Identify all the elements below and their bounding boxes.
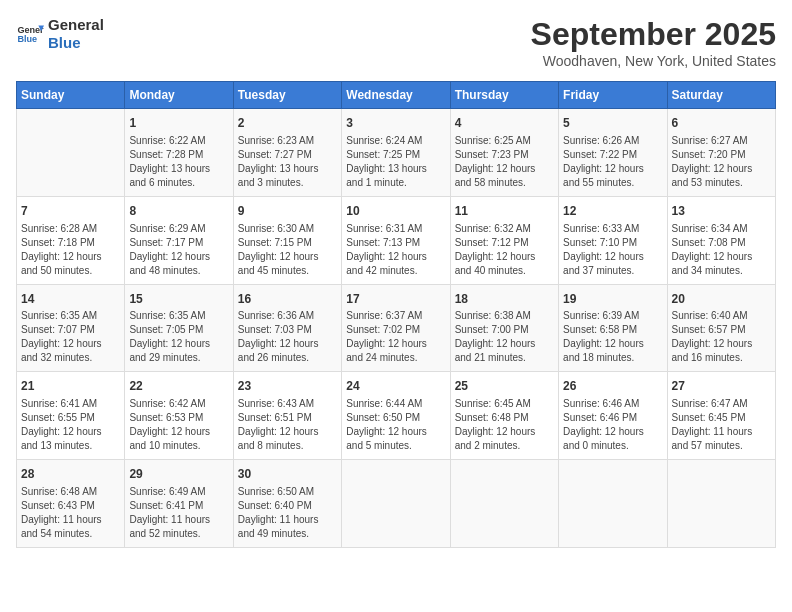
page-header: General Blue General Blue September 2025… <box>16 16 776 69</box>
day-number: 26 <box>563 378 662 395</box>
day-number: 1 <box>129 115 228 132</box>
calendar-cell <box>559 460 667 548</box>
calendar-body: 1Sunrise: 6:22 AM Sunset: 7:28 PM Daylig… <box>17 109 776 548</box>
day-info: Sunrise: 6:27 AM Sunset: 7:20 PM Dayligh… <box>672 134 771 190</box>
calendar-cell: 12Sunrise: 6:33 AM Sunset: 7:10 PM Dayli… <box>559 196 667 284</box>
day-info: Sunrise: 6:23 AM Sunset: 7:27 PM Dayligh… <box>238 134 337 190</box>
weekday-header: Thursday <box>450 82 558 109</box>
calendar-cell: 7Sunrise: 6:28 AM Sunset: 7:18 PM Daylig… <box>17 196 125 284</box>
day-number: 28 <box>21 466 120 483</box>
day-info: Sunrise: 6:46 AM Sunset: 6:46 PM Dayligh… <box>563 397 662 453</box>
title-block: September 2025 Woodhaven, New York, Unit… <box>531 16 776 69</box>
day-info: Sunrise: 6:33 AM Sunset: 7:10 PM Dayligh… <box>563 222 662 278</box>
calendar-cell: 19Sunrise: 6:39 AM Sunset: 6:58 PM Dayli… <box>559 284 667 372</box>
day-number: 13 <box>672 203 771 220</box>
weekday-header: Monday <box>125 82 233 109</box>
calendar-cell: 30Sunrise: 6:50 AM Sunset: 6:40 PM Dayli… <box>233 460 341 548</box>
logo-line1: General <box>48 16 104 34</box>
weekday-header: Friday <box>559 82 667 109</box>
day-info: Sunrise: 6:44 AM Sunset: 6:50 PM Dayligh… <box>346 397 445 453</box>
day-number: 5 <box>563 115 662 132</box>
day-info: Sunrise: 6:37 AM Sunset: 7:02 PM Dayligh… <box>346 309 445 365</box>
calendar-cell: 22Sunrise: 6:42 AM Sunset: 6:53 PM Dayli… <box>125 372 233 460</box>
calendar-cell: 9Sunrise: 6:30 AM Sunset: 7:15 PM Daylig… <box>233 196 341 284</box>
day-info: Sunrise: 6:28 AM Sunset: 7:18 PM Dayligh… <box>21 222 120 278</box>
calendar-cell: 25Sunrise: 6:45 AM Sunset: 6:48 PM Dayli… <box>450 372 558 460</box>
calendar-cell <box>667 460 775 548</box>
calendar-week-row: 28Sunrise: 6:48 AM Sunset: 6:43 PM Dayli… <box>17 460 776 548</box>
calendar-cell <box>342 460 450 548</box>
day-info: Sunrise: 6:26 AM Sunset: 7:22 PM Dayligh… <box>563 134 662 190</box>
day-number: 16 <box>238 291 337 308</box>
day-number: 11 <box>455 203 554 220</box>
calendar-cell: 23Sunrise: 6:43 AM Sunset: 6:51 PM Dayli… <box>233 372 341 460</box>
calendar-cell: 24Sunrise: 6:44 AM Sunset: 6:50 PM Dayli… <box>342 372 450 460</box>
day-info: Sunrise: 6:32 AM Sunset: 7:12 PM Dayligh… <box>455 222 554 278</box>
logo-icon: General Blue <box>16 20 44 48</box>
logo-text: General Blue <box>48 16 104 52</box>
calendar-cell: 13Sunrise: 6:34 AM Sunset: 7:08 PM Dayli… <box>667 196 775 284</box>
month-title: September 2025 <box>531 16 776 53</box>
svg-text:Blue: Blue <box>17 34 37 44</box>
day-info: Sunrise: 6:43 AM Sunset: 6:51 PM Dayligh… <box>238 397 337 453</box>
day-number: 4 <box>455 115 554 132</box>
logo-line2: Blue <box>48 34 104 52</box>
day-number: 2 <box>238 115 337 132</box>
calendar-cell: 17Sunrise: 6:37 AM Sunset: 7:02 PM Dayli… <box>342 284 450 372</box>
day-info: Sunrise: 6:36 AM Sunset: 7:03 PM Dayligh… <box>238 309 337 365</box>
day-info: Sunrise: 6:35 AM Sunset: 7:05 PM Dayligh… <box>129 309 228 365</box>
day-number: 24 <box>346 378 445 395</box>
day-number: 9 <box>238 203 337 220</box>
day-number: 17 <box>346 291 445 308</box>
day-info: Sunrise: 6:29 AM Sunset: 7:17 PM Dayligh… <box>129 222 228 278</box>
day-number: 21 <box>21 378 120 395</box>
calendar-cell: 15Sunrise: 6:35 AM Sunset: 7:05 PM Dayli… <box>125 284 233 372</box>
weekday-header: Tuesday <box>233 82 341 109</box>
calendar-table: SundayMondayTuesdayWednesdayThursdayFrid… <box>16 81 776 548</box>
day-info: Sunrise: 6:50 AM Sunset: 6:40 PM Dayligh… <box>238 485 337 541</box>
day-number: 6 <box>672 115 771 132</box>
day-info: Sunrise: 6:31 AM Sunset: 7:13 PM Dayligh… <box>346 222 445 278</box>
calendar-header: SundayMondayTuesdayWednesdayThursdayFrid… <box>17 82 776 109</box>
weekday-header: Saturday <box>667 82 775 109</box>
day-number: 23 <box>238 378 337 395</box>
day-info: Sunrise: 6:41 AM Sunset: 6:55 PM Dayligh… <box>21 397 120 453</box>
day-info: Sunrise: 6:30 AM Sunset: 7:15 PM Dayligh… <box>238 222 337 278</box>
day-info: Sunrise: 6:35 AM Sunset: 7:07 PM Dayligh… <box>21 309 120 365</box>
weekday-row: SundayMondayTuesdayWednesdayThursdayFrid… <box>17 82 776 109</box>
calendar-cell: 11Sunrise: 6:32 AM Sunset: 7:12 PM Dayli… <box>450 196 558 284</box>
day-info: Sunrise: 6:47 AM Sunset: 6:45 PM Dayligh… <box>672 397 771 453</box>
day-info: Sunrise: 6:40 AM Sunset: 6:57 PM Dayligh… <box>672 309 771 365</box>
weekday-header: Wednesday <box>342 82 450 109</box>
day-number: 12 <box>563 203 662 220</box>
calendar-cell: 28Sunrise: 6:48 AM Sunset: 6:43 PM Dayli… <box>17 460 125 548</box>
day-number: 18 <box>455 291 554 308</box>
day-number: 29 <box>129 466 228 483</box>
location: Woodhaven, New York, United States <box>531 53 776 69</box>
calendar-cell: 4Sunrise: 6:25 AM Sunset: 7:23 PM Daylig… <box>450 109 558 197</box>
day-number: 10 <box>346 203 445 220</box>
day-info: Sunrise: 6:24 AM Sunset: 7:25 PM Dayligh… <box>346 134 445 190</box>
day-number: 19 <box>563 291 662 308</box>
calendar-cell: 6Sunrise: 6:27 AM Sunset: 7:20 PM Daylig… <box>667 109 775 197</box>
day-info: Sunrise: 6:45 AM Sunset: 6:48 PM Dayligh… <box>455 397 554 453</box>
day-info: Sunrise: 6:38 AM Sunset: 7:00 PM Dayligh… <box>455 309 554 365</box>
weekday-header: Sunday <box>17 82 125 109</box>
day-number: 15 <box>129 291 228 308</box>
day-number: 22 <box>129 378 228 395</box>
calendar-cell: 20Sunrise: 6:40 AM Sunset: 6:57 PM Dayli… <box>667 284 775 372</box>
calendar-cell: 10Sunrise: 6:31 AM Sunset: 7:13 PM Dayli… <box>342 196 450 284</box>
calendar-cell: 8Sunrise: 6:29 AM Sunset: 7:17 PM Daylig… <box>125 196 233 284</box>
day-number: 27 <box>672 378 771 395</box>
calendar-cell <box>450 460 558 548</box>
calendar-cell: 5Sunrise: 6:26 AM Sunset: 7:22 PM Daylig… <box>559 109 667 197</box>
day-number: 14 <box>21 291 120 308</box>
calendar-cell: 2Sunrise: 6:23 AM Sunset: 7:27 PM Daylig… <box>233 109 341 197</box>
calendar-cell: 29Sunrise: 6:49 AM Sunset: 6:41 PM Dayli… <box>125 460 233 548</box>
calendar-week-row: 21Sunrise: 6:41 AM Sunset: 6:55 PM Dayli… <box>17 372 776 460</box>
day-info: Sunrise: 6:39 AM Sunset: 6:58 PM Dayligh… <box>563 309 662 365</box>
calendar-cell: 26Sunrise: 6:46 AM Sunset: 6:46 PM Dayli… <box>559 372 667 460</box>
day-number: 3 <box>346 115 445 132</box>
calendar-cell: 1Sunrise: 6:22 AM Sunset: 7:28 PM Daylig… <box>125 109 233 197</box>
calendar-cell: 3Sunrise: 6:24 AM Sunset: 7:25 PM Daylig… <box>342 109 450 197</box>
